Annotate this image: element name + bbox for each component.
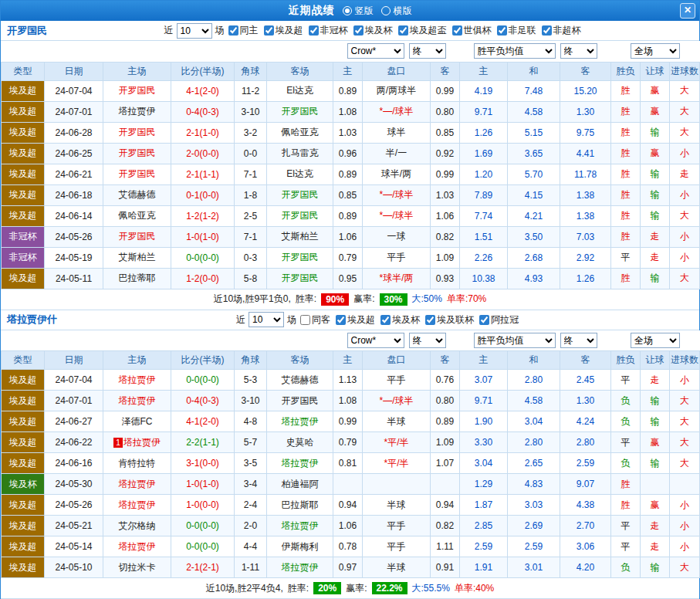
handicap-home-odds: 0.96 (333, 143, 363, 164)
handicap-away-odds: 1.09 (431, 247, 460, 268)
handicap-rate-badge: 30% (380, 293, 407, 306)
corner-count: 0-0 (235, 143, 267, 164)
avg-draw-odds: 3.03 (508, 495, 560, 516)
goals-result: 小 (670, 536, 700, 557)
away-team: 塔拉贾伊 (267, 557, 333, 578)
section-summary: 近10场,胜2平4负4,胜率:20%赢率:22.2%大:55.5%单率:40% (1, 578, 699, 599)
match-score: 2-0(0-0) (171, 143, 235, 164)
league-checkbox-box[interactable] (353, 25, 364, 36)
league-checkbox[interactable]: 非冠杯 (305, 24, 348, 37)
avg-home-odds: 7.89 (460, 184, 508, 205)
league-checkbox[interactable]: 非足联 (493, 24, 536, 37)
avg-home-odds: 2.26 (460, 247, 508, 268)
odds-time-select[interactable]: 终 (409, 333, 446, 348)
result-label: 胜 (611, 80, 641, 101)
section-summary: 近10场,胜9平1负0,胜率:90%赢率:30%大:50%单率:70% (1, 289, 699, 310)
league-checkbox[interactable]: 埃及联杯 (421, 313, 474, 327)
column-header: 主场 (103, 351, 171, 370)
handicap-line: 平手 (363, 536, 431, 557)
away-team: 佩哈亚克 (267, 122, 333, 143)
column-header: 角球 (235, 62, 267, 80)
same-venue-checkbox[interactable]: 同主 (225, 24, 259, 37)
same-venue-checkbox[interactable]: 同客 (296, 313, 330, 327)
match-score: 0-0(0-0) (171, 247, 235, 268)
home-team: 艾德赫德 (103, 184, 171, 205)
league-checkbox[interactable]: 埃及超盃 (394, 24, 447, 37)
avg-time-select[interactable]: 终 (560, 333, 597, 348)
same-venue-checkbox-box[interactable] (228, 25, 238, 36)
avg-draw-odds: 3.01 (508, 557, 560, 578)
odds-time-select[interactable]: 终 (409, 43, 446, 59)
league-checkbox-box[interactable] (398, 25, 408, 36)
corner-count: 7-1 (235, 226, 267, 247)
avg-time-select[interactable]: 终 (560, 43, 597, 59)
recent-count-select[interactable]: 10 (177, 23, 212, 39)
league-checkbox[interactable]: 埃及杯 (350, 24, 393, 37)
team-name-text: 塔拉贾伊 (119, 374, 156, 385)
league-checkbox[interactable]: 世俱杯 (448, 24, 492, 37)
league-checkbox[interactable]: 埃及超 (332, 313, 375, 327)
avg-away-odds: 9.75 (560, 122, 611, 143)
odds-source-select[interactable]: Crow* (347, 43, 404, 59)
handicap-line: 半球 (363, 495, 431, 516)
league-type: 埃及超 (2, 101, 45, 122)
handicap-line: 半/一 (363, 143, 431, 164)
match-score: 1-0(1-0) (171, 474, 235, 495)
table-row: 埃及超24-06-14佩哈亚克1-2(1-2)2-5开罗国民0.89*—/球半1… (2, 205, 700, 226)
layout-option-vertical[interactable]: 竖版 (343, 5, 374, 18)
matches-label: 场 (215, 24, 225, 37)
league-checkbox[interactable]: 非超杯 (538, 24, 581, 37)
league-checkbox-box[interactable] (309, 25, 319, 36)
avg-type-select[interactable]: 胜平负均值 (474, 333, 556, 348)
avg-home-odds: 1.26 (460, 122, 508, 143)
league-checkbox[interactable]: 阿拉冠 (475, 313, 519, 327)
league-checkbox-box[interactable] (264, 25, 274, 36)
handicap-away-odds: 0.99 (431, 164, 460, 184)
layout-option-horizontal[interactable]: 横版 (381, 5, 412, 18)
close-icon[interactable]: ✕ (680, 3, 695, 19)
avg-home-odds: 1.87 (460, 495, 508, 516)
handicap-line: *—/球半 (363, 205, 431, 226)
handicap-home-odds: 0.79 (333, 247, 363, 268)
match-date: 24-06-18 (45, 184, 103, 205)
team-name-text: 巴拉蒂耶 (119, 272, 156, 283)
match-date: 24-05-30 (45, 474, 103, 495)
handicap-result: 输 (641, 411, 670, 432)
league-checkbox[interactable]: 埃及超 (260, 24, 303, 37)
home-team: 塔拉贾伊 (103, 536, 171, 557)
team-name-text: 艾斯柏兰 (119, 252, 156, 262)
team-name-text: 开罗国民 (282, 395, 319, 406)
league-checkbox-box[interactable] (425, 315, 435, 325)
league-checkbox-box[interactable] (542, 25, 552, 36)
handicap-home-odds: 0.78 (333, 536, 363, 557)
goals-result: 大 (670, 101, 700, 122)
avg-draw-odds: 2.59 (508, 536, 560, 557)
team-name-text: 柏迪福阿 (282, 479, 319, 489)
team-name-text: 开罗国民 (282, 272, 319, 283)
recent-count-select[interactable]: 10 (249, 312, 284, 327)
odds-source-select[interactable]: Crow* (347, 333, 404, 348)
team-name-text: 开罗国民 (119, 231, 156, 242)
avg-draw-odds: 2.80 (508, 370, 560, 391)
match-date: 24-06-16 (45, 453, 103, 474)
column-header: 角球 (235, 351, 267, 370)
league-checkbox-box[interactable] (336, 315, 346, 325)
home-team: 塔拉贾伊 (103, 474, 171, 495)
league-checkbox-box[interactable] (479, 315, 489, 325)
handicap-away-odds: 0.99 (431, 80, 460, 101)
same-venue-checkbox-box[interactable] (300, 315, 310, 325)
handicap-result: 输 (641, 164, 670, 184)
away-team: 扎马雷克 (267, 143, 333, 164)
league-checkbox-box[interactable] (452, 25, 462, 36)
match-score: 1-0(1-0) (171, 226, 235, 247)
column-header: 客 (560, 351, 611, 370)
avg-type-select[interactable]: 胜平负均值 (474, 43, 556, 59)
scope-select[interactable]: 全场 (631, 43, 680, 59)
goals-result: 大 (670, 80, 700, 101)
league-checkbox-box[interactable] (380, 315, 391, 325)
scope-select[interactable]: 全场 (631, 333, 680, 348)
result-label: 胜 (611, 474, 641, 495)
league-checkbox[interactable]: 埃及杯 (377, 313, 420, 327)
league-checkbox-box[interactable] (497, 25, 507, 36)
table-row: 埃及超24-07-04开罗国民4-1(2-0)11-2El达克0.89两/两球半… (2, 80, 700, 101)
